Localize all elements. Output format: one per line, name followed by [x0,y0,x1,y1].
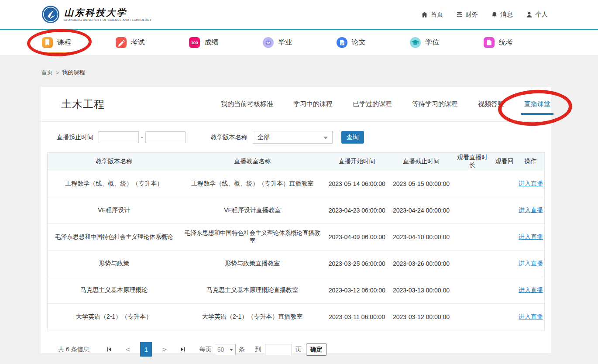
main-nav: 课程 考试 100 成绩 毕业 论文 学位 统考 [0,30,598,55]
enter-live-link[interactable]: 进入直播 [519,260,543,267]
university-logo: 山东科技大学 SHANDONG UNIVERSITY OF SCIENCE AN… [41,5,151,24]
live-start-time-input[interactable] [99,131,139,143]
nav-item-grades-label: 成绩 [204,38,218,47]
nav-item-graduation-label: 毕业 [278,38,292,47]
tab-learning-courses[interactable]: 学习中的课程 [293,100,333,108]
table-row: 形势与政策 形势与政策直播教室 2023-03-25 06:00:00 2023… [48,250,544,277]
tab-video-qa[interactable]: 视频答疑 [478,100,504,108]
page-size-unit: 条 [239,346,245,354]
thesis-icon [336,37,348,48]
prev-page-button[interactable]: < [125,346,131,354]
enter-live-link[interactable]: 进入直播 [519,233,543,240]
utility-home-label: 首页 [430,10,443,19]
message-bell-icon [491,11,498,18]
last-page-button[interactable] [179,346,186,353]
nav-item-graduation[interactable]: 毕业 [262,30,292,55]
nav-item-exams[interactable]: 考试 [115,30,145,55]
header-watch-duration: 观看直播时长 [453,154,492,169]
enter-live-link[interactable]: 进入直播 [519,286,543,293]
nav-item-exams-label: 考试 [131,38,145,47]
header-action: 操作 [517,158,544,165]
cell-start: 2023-03-25 06:00:00 [324,260,390,267]
cell-version: VF程序设计 [48,206,180,214]
breadcrumb-current: 我的课程 [62,69,85,76]
cell-version: 毛泽东思想和中国特色社会主义理论体系概论 [48,233,180,241]
goto-page-input[interactable] [265,344,292,355]
table-header-row: 教学版本名称 直播教室名称 直播开始时间 直播截止时间 观看直播时长 观看回 操… [48,153,544,170]
cell-start: 2023-03-11 06:00:00 [324,313,390,320]
profile-icon [526,11,533,18]
breadcrumb-home[interactable]: 首页 [41,69,53,76]
unified-exam-icon [483,37,495,48]
header-room: 直播教室名称 [180,158,324,165]
table-row: VF程序设计 VF程序设计直播教室 2023-04-23 06:00:00 20… [48,197,544,223]
cell-start: 2023-03-12 06:00:00 [324,287,390,294]
utility-finance[interactable]: 财务 [456,10,478,19]
nav-item-degree-label: 学位 [425,38,439,47]
live-classroom-table: 教学版本名称 直播教室名称 直播开始时间 直播截止时间 观看直播时长 观看回 操… [47,152,545,330]
utility-home[interactable]: 首页 [421,10,443,19]
tab-live-classroom[interactable]: 直播课堂 [524,100,550,108]
page-size-value: 50 [217,346,224,353]
goto-unit: 页 [296,346,302,354]
enter-live-link[interactable]: 进入直播 [519,206,543,213]
last-page-icon [180,347,186,352]
first-page-button[interactable] [106,346,113,353]
next-page-button[interactable]: > [162,346,167,354]
course-icon [41,37,53,48]
confirm-button[interactable]: 确定 [306,343,327,356]
page-number-current[interactable]: 1 [140,342,152,357]
goto-page-control: 到 页 [255,344,302,355]
chevron-down-icon [323,137,328,139]
cell-room: 大学英语（2-1）（专升本）直播教室 [180,313,324,321]
utility-nav: 首页 财务 消息 个人 [421,10,548,19]
tab-finished-courses[interactable]: 已学过的课程 [353,100,392,108]
cell-end: 2023-03-26 00:00:00 [390,260,453,267]
header-replay: 观看回 [492,158,517,165]
tab-waiting-courses[interactable]: 等待学习的课程 [412,100,458,108]
cell-start: 2023-04-23 06:00:00 [324,207,390,214]
exam-icon [115,37,127,48]
enter-live-link[interactable]: 进入直播 [519,313,543,320]
cell-version: 形势与政策 [48,260,180,268]
nav-item-degree[interactable]: 学位 [409,30,439,55]
page-size-select[interactable]: 50 [215,344,236,355]
breadcrumb: 首页 > 我的课程 [0,55,598,76]
card-header: 土木工程 我的当前考核标准 学习中的课程 已学过的课程 等待学习的课程 视频答疑… [41,87,551,122]
version-select[interactable]: 全部 [253,131,333,144]
version-select-value: 全部 [258,134,270,141]
nav-item-courses[interactable]: 课程 [41,30,71,55]
nav-item-courses-label: 课程 [57,38,71,47]
table-row: 毛泽东思想和中国特色社会主义理论体系概论 毛泽东思想和中国特色社会主义理论体系概… [48,223,544,250]
degree-icon [409,37,421,48]
utility-messages[interactable]: 消息 [491,10,513,19]
top-bar: 山东科技大学 SHANDONG UNIVERSITY OF SCIENCE AN… [0,0,598,29]
table-row: 马克思主义基本原理概论 马克思主义基本原理概论直播教室 2023-03-12 0… [48,277,544,303]
live-end-time-input[interactable] [145,131,186,143]
page-size-label: 每页 [199,346,212,354]
cell-room: 马克思主义基本原理概论直播教室 [180,286,324,294]
svg-text:100: 100 [191,40,198,45]
header-end-time: 直播截止时间 [390,158,453,165]
score-icon: 100 [189,37,200,48]
cell-start: 2023-05-14 06:00:00 [324,180,390,187]
tab-assessment-standard[interactable]: 我的当前考核标准 [221,100,273,108]
cell-room: 毛泽东思想和中国特色社会主义理论体系概论直播教室 [180,229,324,245]
university-name-cn: 山东科技大学 [64,7,151,17]
table-row: 大学英语（2-1）（专升本） 大学英语（2-1）（专升本）直播教室 2023-0… [48,303,544,330]
logo-text: 山东科技大学 SHANDONG UNIVERSITY OF SCIENCE AN… [64,7,151,21]
table-row: 工程数学（线、概、统）（专升本） 工程数学（线、概、统）（专升本）直播教室 20… [48,170,544,197]
course-card: 土木工程 我的当前考核标准 学习中的课程 已学过的课程 等待学习的课程 视频答疑… [41,87,551,353]
utility-profile[interactable]: 个人 [526,10,548,19]
header-version: 教学版本名称 [48,158,180,165]
time-range-separator: - [141,134,143,141]
nav-item-unified-exam[interactable]: 统考 [483,30,513,55]
cell-end: 2023-03-13 00:00:00 [390,287,453,294]
university-emblem-icon [41,5,60,24]
nav-item-thesis[interactable]: 论文 [336,30,366,55]
nav-item-grades[interactable]: 100 成绩 [189,30,218,55]
search-button[interactable]: 查询 [341,131,364,144]
cell-room: 工程数学（线、概、统）（专升本）直播教室 [180,180,324,188]
cell-end: 2023-04-10 00:00:00 [390,234,453,240]
enter-live-link[interactable]: 进入直播 [519,180,543,187]
